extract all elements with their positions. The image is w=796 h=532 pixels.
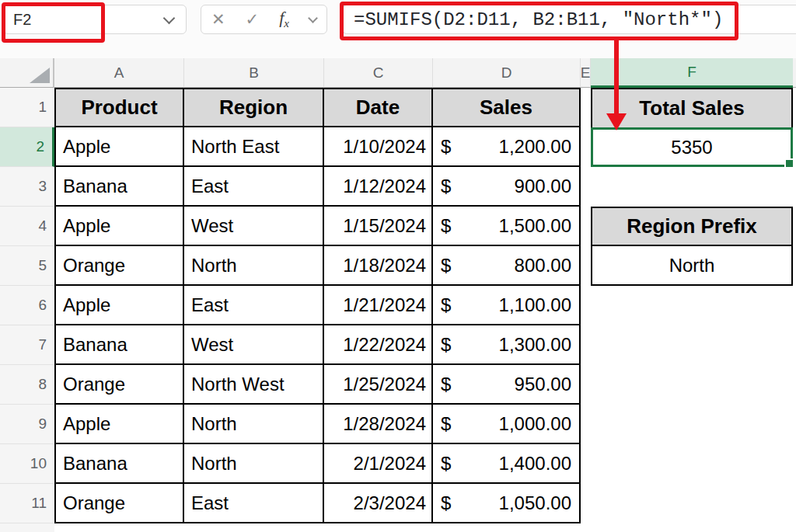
cell-D10[interactable]: $1,400.00 <box>433 444 581 484</box>
cell-B7[interactable]: West <box>184 325 324 365</box>
cell-D5[interactable]: $800.00 <box>433 246 581 286</box>
formula-bar: F2 ✕ ✓ fx =SUMIFS(D2:D11, B2:B11, "North… <box>0 0 796 58</box>
cell-A4[interactable]: Apple <box>54 207 184 246</box>
cell-F9[interactable] <box>591 405 793 444</box>
insert-function-icon[interactable]: fx <box>279 8 289 30</box>
column-header-A[interactable]: A <box>54 58 184 88</box>
cell-F5[interactable]: North <box>591 246 793 286</box>
cell-D6[interactable]: $1,100.00 <box>433 286 581 325</box>
select-all-corner[interactable] <box>0 58 54 88</box>
row-header-12[interactable] <box>0 523 54 532</box>
cell-D4[interactable]: $1,500.00 <box>433 207 581 246</box>
cell-A11[interactable]: Orange <box>54 484 184 523</box>
column-header-E[interactable]: E <box>581 58 591 88</box>
row-header-1[interactable]: 1 <box>0 88 54 127</box>
cell-row12-4 <box>581 523 591 532</box>
cell-E5[interactable] <box>581 246 591 286</box>
row-header-11[interactable]: 11 <box>0 484 54 523</box>
cell-C11[interactable]: 2/3/2024 <box>324 484 433 523</box>
name-box[interactable]: F2 <box>3 5 187 34</box>
cell-C9[interactable]: 1/28/2024 <box>324 405 433 444</box>
row-header-7[interactable]: 7 <box>0 325 54 365</box>
cell-C2[interactable]: 1/10/2024 <box>324 127 433 167</box>
cell-A6[interactable]: Apple <box>54 286 184 325</box>
cell-B8[interactable]: North West <box>184 365 324 405</box>
cell-B3[interactable]: East <box>184 167 324 207</box>
row-header-6[interactable]: 6 <box>0 286 54 325</box>
cell-A5[interactable]: Orange <box>54 246 184 286</box>
enter-icon[interactable]: ✓ <box>246 10 260 29</box>
cell-D11[interactable]: $1,050.00 <box>433 484 581 523</box>
cell-D8[interactable]: $950.00 <box>433 365 581 405</box>
cell-A2[interactable]: Apple <box>54 127 184 167</box>
column-header-C[interactable]: C <box>324 58 433 88</box>
cancel-icon[interactable]: ✕ <box>211 10 225 29</box>
cell-C8[interactable]: 1/25/2024 <box>324 365 433 405</box>
cell-B10[interactable]: North <box>184 444 324 484</box>
cell-A3[interactable]: Banana <box>54 167 184 207</box>
row-header-5[interactable]: 5 <box>0 246 54 286</box>
cell-A7[interactable]: Banana <box>54 325 184 365</box>
cell-A8[interactable]: Orange <box>54 365 184 405</box>
row-header-10[interactable]: 10 <box>0 444 54 484</box>
cell-C5[interactable]: 1/18/2024 <box>324 246 433 286</box>
column-header-F[interactable]: F <box>591 58 793 88</box>
row-header-3[interactable]: 3 <box>0 167 54 207</box>
cell-E1[interactable] <box>581 88 591 127</box>
formula-input[interactable]: =SUMIFS(D2:D11, B2:B11, "North*") <box>342 5 796 34</box>
chevron-down-icon[interactable] <box>308 13 318 23</box>
fill-handle[interactable] <box>784 158 794 169</box>
cell-E4[interactable] <box>581 207 591 246</box>
column-header-B[interactable]: B <box>184 58 324 88</box>
cell-C10[interactable]: 2/1/2024 <box>324 444 433 484</box>
row-header-4[interactable]: 4 <box>0 207 54 246</box>
cell-B2[interactable]: North East <box>184 127 324 167</box>
cell-C4[interactable]: 1/15/2024 <box>324 207 433 246</box>
cell-D9[interactable]: $1,000.00 <box>433 405 581 444</box>
cell-D7[interactable]: $1,300.00 <box>433 325 581 365</box>
cell-D1[interactable]: Sales <box>433 88 581 127</box>
cell-B11[interactable]: East <box>184 484 324 523</box>
cell-E9[interactable] <box>581 405 591 444</box>
cell-C1[interactable]: Date <box>324 88 433 127</box>
column-header-D[interactable]: D <box>433 58 581 88</box>
cell-F7[interactable] <box>591 325 793 365</box>
cell-C7[interactable]: 1/22/2024 <box>324 325 433 365</box>
cell-D3[interactable]: $900.00 <box>433 167 581 207</box>
cell-F4[interactable]: Region Prefix <box>591 207 793 246</box>
cell-E2[interactable] <box>581 127 591 167</box>
cell-E7[interactable] <box>581 325 591 365</box>
cell-D2[interactable]: $1,200.00 <box>433 127 581 167</box>
row-header-2[interactable]: 2 <box>0 127 54 167</box>
cell-F1[interactable]: Total Sales <box>591 88 793 127</box>
cell-F10[interactable] <box>591 444 793 484</box>
cell-E6[interactable] <box>581 286 591 325</box>
cell-pad-1 <box>793 88 796 127</box>
cell-pad-3 <box>793 167 796 207</box>
cell-E10[interactable] <box>581 444 591 484</box>
currency-symbol: $ <box>441 334 451 356</box>
cell-A1[interactable]: Product <box>54 88 184 127</box>
amount: 1,300.00 <box>499 334 571 356</box>
cell-B6[interactable]: East <box>184 286 324 325</box>
cell-F6[interactable] <box>591 286 793 325</box>
cell-F8[interactable] <box>591 365 793 405</box>
cell-C6[interactable]: 1/21/2024 <box>324 286 433 325</box>
cell-A9[interactable]: Apple <box>54 405 184 444</box>
cell-E8[interactable] <box>581 365 591 405</box>
cell-F11[interactable] <box>591 484 793 523</box>
cell-A10[interactable]: Banana <box>54 444 184 484</box>
cell-C3[interactable]: 1/12/2024 <box>324 167 433 207</box>
row-header-8[interactable]: 8 <box>0 365 54 405</box>
cell-B1[interactable]: Region <box>184 88 324 127</box>
cell-E11[interactable] <box>581 484 591 523</box>
row-header-9[interactable]: 9 <box>0 405 54 444</box>
name-box-value: F2 <box>13 11 31 29</box>
cell-B5[interactable]: North <box>184 246 324 286</box>
cell-B9[interactable]: North <box>184 405 324 444</box>
cell-B4[interactable]: West <box>184 207 324 246</box>
cell-F3[interactable] <box>591 167 793 207</box>
chevron-down-icon[interactable] <box>163 12 176 24</box>
cell-F2[interactable]: 5350 <box>591 127 793 167</box>
cell-E3[interactable] <box>581 167 591 207</box>
